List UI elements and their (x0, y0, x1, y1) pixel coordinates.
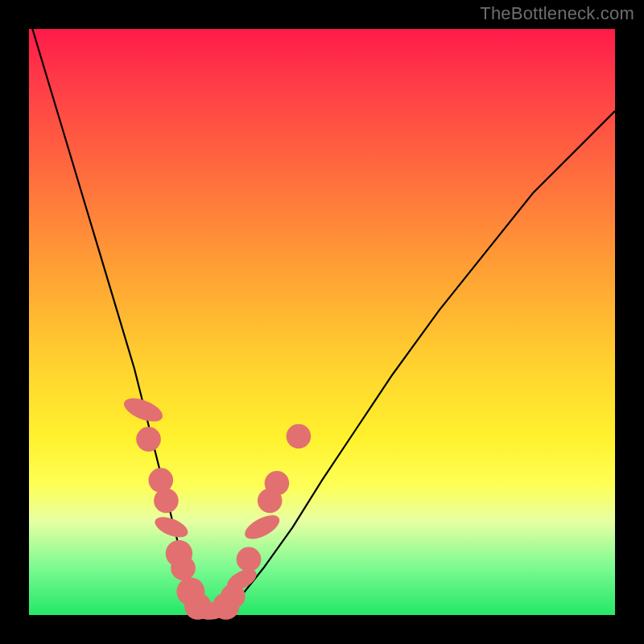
stage: TheBottleneck.com (0, 0, 644, 644)
data-marker (171, 556, 196, 581)
chart-svg (29, 29, 615, 615)
plot-area (29, 29, 615, 615)
data-marker (121, 394, 166, 427)
data-marker (154, 489, 179, 514)
data-marker (136, 427, 161, 452)
watermark-text: TheBottleneck.com (480, 3, 634, 24)
data-marker (237, 547, 262, 572)
bottleneck-curve (29, 17, 615, 611)
markers-group (121, 394, 311, 620)
data-marker (287, 424, 312, 449)
data-marker (242, 510, 283, 544)
data-marker (265, 471, 290, 496)
